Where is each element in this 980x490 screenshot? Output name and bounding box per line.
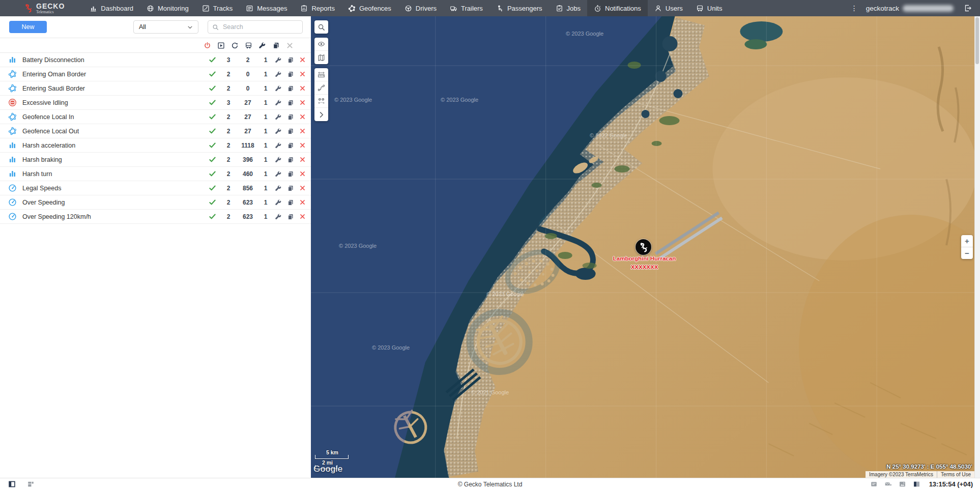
delete-icon[interactable] (299, 199, 306, 206)
delete-icon[interactable] (299, 142, 306, 149)
nav-item-notifications[interactable]: Notifications (587, 0, 648, 16)
delete-icon[interactable] (299, 170, 306, 177)
refresh-icon[interactable] (231, 42, 239, 49)
copy-icon[interactable] (287, 199, 294, 206)
notification-row[interactable]: Harsh turn 2 460 1 (0, 167, 311, 181)
enabled-check-icon[interactable] (209, 70, 216, 78)
nav-item-geofences[interactable]: Geofences (341, 0, 398, 16)
copy-icon[interactable] (287, 142, 294, 149)
map-visibility-button[interactable] (314, 38, 328, 51)
copy-icon[interactable] (287, 156, 294, 163)
nav-item-units[interactable]: Units (689, 0, 729, 16)
vertical-scrollbar[interactable] (974, 16, 980, 478)
delete-icon[interactable] (299, 185, 306, 191)
map-search-button[interactable] (314, 20, 328, 34)
nav-item-trailers[interactable]: Trailers (443, 0, 489, 16)
power-toggle-icon[interactable] (204, 42, 211, 49)
copy-icon[interactable] (287, 213, 294, 220)
delete-icon[interactable] (299, 56, 306, 63)
nav-item-reports[interactable]: Reports (294, 0, 341, 16)
copy-icon[interactable] (287, 85, 294, 92)
terms-of-use-link[interactable]: Terms of Use (937, 471, 974, 478)
split-view-icon[interactable] (913, 480, 920, 488)
enabled-check-icon[interactable] (209, 127, 216, 135)
enabled-check-icon[interactable] (209, 84, 216, 92)
enabled-check-icon[interactable] (209, 213, 216, 220)
notification-row[interactable]: Excessive Idling 3 27 1 (0, 96, 311, 110)
enabled-check-icon[interactable] (209, 184, 216, 192)
edit-wrench-icon[interactable] (275, 213, 282, 220)
edit-wrench-icon[interactable] (275, 170, 282, 178)
toggle-panel-icon[interactable] (8, 480, 16, 488)
map-ruler-button[interactable] (314, 68, 328, 81)
copy-icon[interactable] (287, 170, 294, 178)
enabled-check-icon[interactable] (209, 156, 216, 163)
copy-icon[interactable] (287, 56, 294, 64)
notification-row[interactable]: Harsh braking 2 396 1 (0, 153, 311, 167)
nav-item-dashboard[interactable]: Dashboard (83, 0, 140, 16)
user-menu[interactable]: geckotrack (866, 5, 954, 12)
copy-icon[interactable] (287, 185, 294, 192)
map-expand-button[interactable] (314, 108, 328, 121)
map-canvas[interactable]: © 2023 Google © 2023 Google © 2023 Googl… (311, 16, 974, 478)
copy-icon[interactable] (287, 99, 294, 106)
notification-row[interactable]: Entering Oman Border 2 0 1 (0, 67, 311, 81)
delete-icon[interactable] (299, 99, 306, 106)
play-test-icon[interactable] (217, 42, 225, 49)
delete-icon[interactable] (299, 128, 306, 134)
nav-item-messages[interactable]: Messages (239, 0, 294, 16)
notification-row[interactable]: Harsh acceleration 2 1118 1 (0, 138, 311, 153)
edit-wrench-icon[interactable] (275, 156, 282, 163)
delete-icon[interactable] (299, 85, 306, 92)
copy-icon[interactable] (287, 71, 294, 78)
grid-layout-icon[interactable] (27, 480, 35, 488)
nav-item-users[interactable]: Users (648, 0, 689, 16)
enabled-check-icon[interactable] (209, 198, 216, 206)
delete-icon[interactable] (299, 113, 306, 120)
map-layers-button[interactable] (314, 51, 328, 64)
new-notification-button[interactable]: New (9, 21, 47, 33)
copy-icon[interactable] (287, 113, 294, 121)
overflow-menu-icon[interactable]: ⋮ (851, 4, 856, 12)
edit-wrench-icon[interactable] (275, 142, 282, 149)
notification-row[interactable]: Geofence Local Out 2 27 1 (0, 124, 311, 138)
enabled-check-icon[interactable] (209, 170, 216, 178)
notes-icon[interactable] (870, 480, 878, 488)
map-markers-button[interactable] (314, 95, 328, 108)
search-input[interactable] (222, 23, 298, 31)
zoom-out-button[interactable]: − (961, 247, 973, 259)
edit-wrench-icon[interactable] (275, 113, 282, 121)
edit-wrench-icon[interactable] (275, 128, 282, 135)
edit-wrench-icon[interactable] (258, 42, 266, 49)
media-icon[interactable] (899, 480, 906, 488)
nav-item-jobs[interactable]: Jobs (549, 0, 587, 16)
notification-row[interactable]: Entering Saudi Border 2 0 1 (0, 81, 311, 96)
filter-select[interactable]: All (133, 20, 198, 34)
nav-item-drivers[interactable]: Drivers (398, 0, 443, 16)
edit-wrench-icon[interactable] (275, 199, 282, 206)
notification-row[interactable]: Geofence Local In 2 27 1 (0, 110, 311, 124)
notification-row[interactable]: Legal Speeds 2 856 1 (0, 181, 311, 195)
unit-marker[interactable] (636, 239, 651, 255)
nav-item-tracks[interactable]: Tracks (195, 0, 240, 16)
delete-disabled-icon[interactable] (286, 42, 294, 49)
logout-icon[interactable] (964, 4, 972, 12)
copy-icon[interactable] (272, 42, 280, 49)
mail-incoming-icon[interactable] (884, 480, 892, 488)
edit-wrench-icon[interactable] (275, 71, 282, 78)
units-filter-icon[interactable] (245, 42, 252, 49)
scrollbar-thumb[interactable] (975, 17, 979, 64)
zoom-in-button[interactable]: + (961, 235, 973, 247)
map-route-button[interactable] (314, 81, 328, 95)
notification-row[interactable]: Over Speeding 2 623 1 (0, 195, 311, 210)
delete-icon[interactable] (299, 156, 306, 163)
notification-row[interactable]: Battery Disconnection 3 2 1 (0, 53, 311, 67)
edit-wrench-icon[interactable] (275, 185, 282, 192)
notification-row[interactable]: Over Speeding 120km/h 2 623 1 (0, 210, 311, 224)
edit-wrench-icon[interactable] (275, 56, 282, 64)
app-logo[interactable]: GECKO Telematics (23, 3, 65, 14)
copy-icon[interactable] (287, 128, 294, 135)
enabled-check-icon[interactable] (209, 141, 216, 149)
google-logo[interactable]: Google (313, 464, 343, 474)
enabled-check-icon[interactable] (209, 99, 216, 106)
